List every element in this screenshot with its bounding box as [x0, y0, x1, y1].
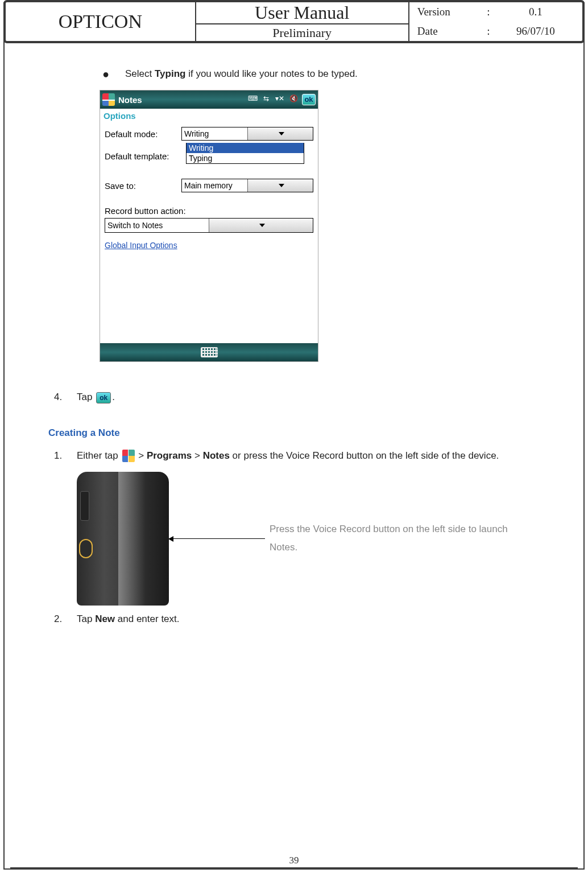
text: Press the Voice Record button on the lef…: [270, 524, 508, 534]
combo-value: Writing: [182, 129, 247, 138]
ok-icon: ok: [96, 392, 111, 403]
footer-rule: [10, 867, 578, 868]
device-callout-row: Press the Voice Record button on the lef…: [77, 472, 565, 606]
version-label: Version: [417, 6, 480, 18]
text: >: [192, 450, 202, 461]
global-input-options-link[interactable]: Global Input Options: [105, 241, 313, 250]
record-button-action-label: Record button action:: [105, 206, 313, 216]
text: >: [136, 450, 147, 461]
colon: :: [480, 6, 497, 18]
text-bold: Programs: [147, 450, 192, 461]
page-number: 39: [0, 855, 588, 866]
text-bold: Typing: [155, 68, 185, 79]
bottom-bar: [100, 343, 318, 361]
bullet-text: Select Typing if you would like your not…: [125, 68, 358, 80]
step-number: 1.: [54, 447, 77, 465]
content-area: ● Select Typing if you would like your n…: [48, 68, 565, 625]
text: Select: [125, 68, 155, 79]
text: Tap: [77, 392, 95, 402]
start-icon[interactable]: [102, 93, 115, 106]
text: Notes.: [270, 542, 297, 553]
record-button-action-combo[interactable]: Switch to Notes: [105, 218, 313, 233]
text: and enter text.: [115, 613, 179, 624]
header-table: OPTICON User Manual Preliminary Version …: [3, 0, 585, 43]
volume-rocker: [80, 491, 89, 521]
options-heading: Options: [100, 109, 318, 123]
step-text: Tap ok.: [77, 392, 115, 403]
brand-cell: OPTICON: [6, 2, 196, 41]
callout-arrow-icon: [169, 538, 265, 539]
bullet-icon: ●: [102, 68, 125, 80]
text: Tap: [77, 613, 95, 624]
save-to-combo[interactable]: Main memory: [181, 179, 313, 192]
keyboard-icon[interactable]: [201, 347, 218, 357]
text-bold: New: [95, 613, 115, 624]
step-1: 1. Either tap > Programs > Notes or pres…: [48, 447, 565, 465]
combo-value: Main memory: [182, 181, 247, 190]
doc-title: User Manual: [196, 2, 408, 24]
step-text: Tap New and enter text.: [77, 613, 180, 625]
combo-value: Switch to Notes: [105, 221, 209, 230]
chevron-down-icon[interactable]: [247, 179, 313, 192]
creating-a-note-heading: Creating a Note: [48, 427, 565, 439]
version-value: 0.1: [497, 6, 574, 18]
meta-cell: Version : 0.1 Date : 96/07/10: [409, 2, 582, 41]
default-template-label: Default template:: [105, 151, 181, 161]
form-area: Default mode: Writing Writing Typing Def…: [100, 123, 318, 250]
date-row: Date : 96/07/10: [409, 22, 582, 41]
notes-options-screenshot: Notes ⌨ ⇆ ▾✕ 🔇 ok Options Default mode: …: [100, 90, 318, 362]
callout-caption: Press the Voice Record button on the lef…: [270, 520, 565, 557]
bullet-select-typing: ● Select Typing if you would like your n…: [102, 68, 565, 80]
date-label: Date: [417, 25, 480, 38]
version-row: Version : 0.1: [409, 2, 582, 22]
text: .: [112, 392, 115, 402]
step-number: 4.: [54, 392, 77, 403]
start-icon: [122, 450, 135, 462]
sync-icon[interactable]: ⇆: [261, 94, 271, 105]
step-number: 2.: [54, 613, 77, 625]
date-value: 96/07/10: [497, 25, 574, 38]
text: or press the Voice Record button on the …: [230, 450, 499, 461]
chevron-down-icon[interactable]: [247, 127, 313, 140]
device-photo: [77, 472, 169, 606]
text: Either tap: [77, 450, 121, 461]
input-method-icon[interactable]: ⌨: [247, 94, 258, 105]
doc-subtitle: Preliminary: [196, 24, 408, 41]
default-mode-row: Default mode: Writing: [105, 126, 313, 142]
ok-button[interactable]: ok: [302, 94, 316, 105]
title-cell: User Manual Preliminary: [196, 2, 409, 41]
default-mode-label: Default mode:: [105, 129, 181, 139]
colon: :: [480, 25, 497, 38]
save-to-label: Save to:: [105, 181, 181, 191]
text-bold: Notes: [203, 450, 230, 461]
chevron-down-icon[interactable]: [209, 219, 313, 232]
voice-record-button-highlight: [79, 539, 93, 558]
text: if you would like your notes to be typed…: [185, 68, 357, 79]
default-mode-combo[interactable]: Writing: [181, 127, 313, 141]
app-title: Notes: [118, 95, 142, 105]
titlebar: Notes ⌨ ⇆ ▾✕ 🔇 ok: [100, 90, 318, 109]
signal-icon[interactable]: ▾✕: [275, 94, 285, 105]
step-text: Either tap > Programs > Notes or press t…: [77, 447, 565, 465]
save-to-row: Save to: Main memory: [105, 178, 313, 193]
volume-icon[interactable]: 🔇: [288, 94, 299, 105]
step-2: 2. Tap New and enter text.: [48, 613, 565, 625]
step-4: 4. Tap ok.: [48, 392, 565, 403]
